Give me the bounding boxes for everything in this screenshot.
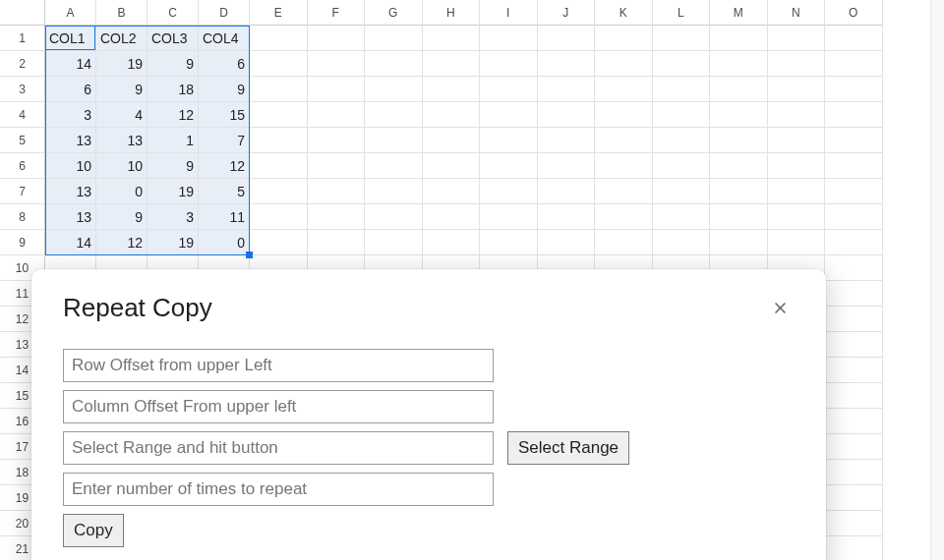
cell[interactable] (710, 51, 768, 77)
cell[interactable] (538, 128, 596, 153)
row-header[interactable]: 2 (0, 51, 45, 77)
cell[interactable]: 19 (96, 51, 148, 77)
cell[interactable] (423, 26, 481, 51)
cell[interactable] (250, 179, 308, 204)
cell[interactable]: 4 (96, 102, 148, 128)
cell[interactable] (768, 153, 826, 179)
cell[interactable] (538, 204, 596, 230)
cell[interactable]: 13 (45, 179, 96, 204)
cell[interactable]: 10 (96, 153, 148, 179)
cell[interactable]: 19 (148, 179, 199, 204)
cell[interactable] (308, 128, 366, 153)
cell[interactable] (480, 128, 538, 153)
cell[interactable] (250, 230, 308, 255)
cell[interactable] (250, 153, 308, 179)
cell[interactable] (365, 77, 423, 102)
cell[interactable] (825, 204, 883, 230)
column-header[interactable]: E (250, 0, 308, 26)
cell[interactable]: 13 (45, 204, 96, 230)
cell[interactable] (710, 153, 768, 179)
cell[interactable] (538, 51, 596, 77)
cell[interactable] (825, 383, 883, 409)
cell[interactable] (423, 51, 481, 77)
cell[interactable] (825, 128, 883, 153)
cell[interactable]: 9 (96, 204, 148, 230)
cell[interactable] (653, 128, 711, 153)
cell[interactable] (595, 26, 653, 51)
cell[interactable] (825, 255, 883, 281)
cell[interactable] (595, 230, 653, 255)
vertical-scrollbar[interactable] (930, 0, 944, 560)
cell[interactable]: 15 (199, 102, 250, 128)
cell[interactable] (480, 230, 538, 255)
cell[interactable] (365, 204, 423, 230)
cell[interactable] (653, 230, 711, 255)
cell[interactable] (653, 102, 711, 128)
cell[interactable] (423, 179, 481, 204)
cell[interactable] (595, 204, 653, 230)
cell[interactable]: 5 (199, 179, 250, 204)
cell[interactable] (653, 179, 711, 204)
cell[interactable] (538, 179, 596, 204)
cell[interactable] (825, 358, 883, 383)
cell[interactable] (365, 128, 423, 153)
cell[interactable]: 0 (96, 179, 148, 204)
cell[interactable] (768, 26, 826, 51)
cell[interactable] (480, 179, 538, 204)
row-header[interactable]: 8 (0, 204, 45, 230)
cell[interactable]: 12 (199, 153, 250, 179)
cell[interactable] (825, 51, 883, 77)
cell[interactable] (825, 307, 883, 332)
column-header[interactable]: J (538, 0, 596, 26)
cell[interactable]: 13 (96, 128, 148, 153)
cell[interactable] (250, 204, 308, 230)
cell[interactable] (653, 26, 711, 51)
cell[interactable] (710, 102, 768, 128)
cell[interactable] (423, 128, 481, 153)
cell[interactable] (423, 102, 481, 128)
select-range-button[interactable]: Select Range (507, 431, 629, 465)
cell[interactable]: COL3 (148, 26, 199, 51)
column-header[interactable]: F (308, 0, 366, 26)
row-header[interactable]: 3 (0, 77, 45, 102)
cell[interactable] (480, 51, 538, 77)
cell[interactable]: 6 (199, 51, 250, 77)
cell[interactable] (825, 77, 883, 102)
cell[interactable] (825, 434, 883, 460)
cell[interactable] (365, 153, 423, 179)
cell[interactable] (653, 153, 711, 179)
row-header[interactable]: 1 (0, 26, 45, 51)
cell[interactable] (480, 153, 538, 179)
cell[interactable] (825, 332, 883, 358)
column-header[interactable]: O (825, 0, 883, 26)
cell[interactable] (480, 204, 538, 230)
row-header[interactable]: 4 (0, 102, 45, 128)
cell[interactable]: 1 (148, 128, 199, 153)
cell[interactable] (768, 179, 826, 204)
cell[interactable] (825, 536, 883, 560)
cell[interactable]: 14 (45, 230, 96, 255)
cell[interactable] (825, 26, 883, 51)
column-header[interactable]: G (365, 0, 423, 26)
cell[interactable] (480, 102, 538, 128)
row-header[interactable]: 5 (0, 128, 45, 153)
cell[interactable] (595, 128, 653, 153)
cell[interactable] (768, 77, 826, 102)
cell[interactable] (825, 102, 883, 128)
column-header[interactable]: H (423, 0, 481, 26)
cell[interactable] (480, 26, 538, 51)
cell[interactable] (365, 102, 423, 128)
cell[interactable] (365, 51, 423, 77)
cell[interactable] (365, 179, 423, 204)
cell[interactable] (710, 77, 768, 102)
cell[interactable] (653, 51, 711, 77)
cell[interactable] (423, 230, 481, 255)
cell[interactable] (710, 204, 768, 230)
cell[interactable] (825, 460, 883, 485)
cell[interactable] (710, 230, 768, 255)
cell[interactable] (825, 409, 883, 434)
cell[interactable] (710, 179, 768, 204)
range-input[interactable] (63, 431, 494, 465)
cell[interactable] (308, 51, 366, 77)
cell[interactable]: COL4 (199, 26, 250, 51)
